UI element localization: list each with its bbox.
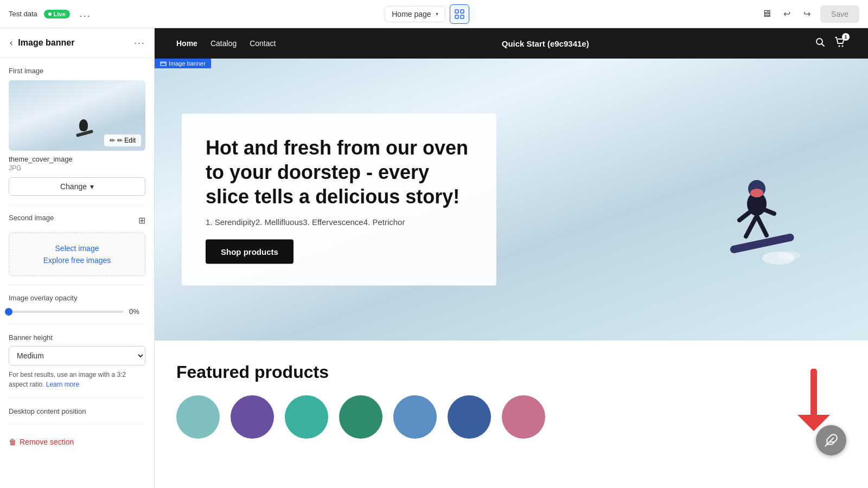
svg-point-6 xyxy=(839,45,840,47)
product-circles xyxy=(176,395,846,439)
banner-snowboarder-figure xyxy=(703,150,811,312)
store-nav: Home Catalog Contact Quick Start (e9c934… xyxy=(155,28,868,59)
divider2 xyxy=(9,285,145,285)
divider xyxy=(9,204,145,205)
svg-line-16 xyxy=(757,216,767,235)
remove-section-button[interactable]: 🗑 Remove section xyxy=(9,433,74,451)
grid-view-button[interactable] xyxy=(450,4,469,24)
undo-button[interactable]: ↩ xyxy=(780,7,794,21)
product-circle-2 xyxy=(231,395,274,439)
image-banner-tag: Image banner xyxy=(155,59,211,68)
svg-line-15 xyxy=(746,216,757,236)
save-button[interactable]: Save xyxy=(820,5,859,23)
desktop-view-button[interactable]: 🖥 xyxy=(760,6,774,22)
red-arrow-overlay xyxy=(792,369,835,434)
panel-back-button[interactable]: ‹ xyxy=(9,37,14,49)
nav-link-contact[interactable]: Contact xyxy=(250,39,276,48)
svg-point-12 xyxy=(750,189,763,197)
chevron-down-icon: ▾ xyxy=(436,11,438,17)
change-image-button[interactable]: Change ▾ xyxy=(9,177,145,196)
second-image-label: Second image xyxy=(9,214,54,222)
svg-line-5 xyxy=(822,43,825,46)
banner-height-select[interactable]: Small Medium Large Adapt to first image xyxy=(9,346,145,365)
page-selector-label: Home page xyxy=(392,10,431,18)
filename-text: theme_cover_image xyxy=(9,155,145,163)
more-options-button[interactable]: ... xyxy=(76,6,94,22)
banner-headline: Hot and fresh from our oven to your door… xyxy=(206,136,473,209)
change-label: Change xyxy=(60,182,87,191)
product-circle-4 xyxy=(339,395,382,439)
panel-header: ‹ Image banner ··· xyxy=(0,28,154,58)
product-circle-3 xyxy=(285,395,328,439)
shop-products-button[interactable]: Shop products xyxy=(206,240,293,264)
top-toolbar: Test data Live ... Home page ▾ 🖥 ↩ ↪ Sav… xyxy=(0,0,868,28)
page-selector[interactable]: Home page ▾ xyxy=(385,6,445,22)
image-banner-section: Image banner xyxy=(155,59,868,341)
trash-icon: 🗑 xyxy=(9,438,16,446)
main-layout: ‹ Image banner ··· First image ✏ ✏ Edit xyxy=(0,28,868,488)
grid-icon xyxy=(455,9,464,19)
redo-button[interactable]: ↪ xyxy=(800,7,814,21)
cart-button[interactable]: 1 xyxy=(834,36,846,51)
banner-height-section: Banner height Small Medium Large Adapt t… xyxy=(9,333,145,389)
banner-height-label: Banner height xyxy=(9,333,145,342)
search-button[interactable] xyxy=(815,37,826,50)
preview-area: Home Catalog Contact Quick Start (e9c934… xyxy=(155,28,868,488)
opacity-slider-track xyxy=(9,311,124,313)
banner-content-box: Hot and fresh from our oven to your door… xyxy=(182,114,496,286)
test-data-label: Test data xyxy=(9,10,37,18)
desktop-content-section: Desktop content position xyxy=(9,407,145,415)
search-icon xyxy=(815,37,826,48)
nav-icons: 1 xyxy=(815,36,846,51)
svg-rect-1 xyxy=(461,10,464,13)
svg-point-7 xyxy=(842,45,844,47)
product-circle-5 xyxy=(393,395,437,439)
opacity-control: 0% xyxy=(9,307,145,316)
svg-rect-3 xyxy=(461,15,464,18)
divider4 xyxy=(9,398,145,399)
svg-point-19 xyxy=(778,251,800,260)
divider5 xyxy=(9,424,145,425)
banner-subtext: 1. Serendipity2. Mellifluous3. Effervesc… xyxy=(206,217,473,227)
divider3 xyxy=(9,324,145,325)
left-panel: ‹ Image banner ··· First image ✏ ✏ Edit xyxy=(0,28,155,488)
toolbar-center: Home page ▾ xyxy=(101,4,753,24)
select-image-link[interactable]: Select image xyxy=(20,244,134,253)
learn-more-link[interactable]: Learn more xyxy=(46,381,79,388)
live-dot xyxy=(48,12,52,16)
product-circle-1 xyxy=(176,395,220,439)
product-circle-7 xyxy=(502,395,545,439)
svg-rect-2 xyxy=(455,15,458,18)
edit-image-button[interactable]: ✏ ✏ Edit xyxy=(104,134,141,146)
feather-icon xyxy=(824,433,838,447)
featured-section: Featured products xyxy=(155,341,868,450)
panel-content: First image ✏ ✏ Edit theme_cover_image J… xyxy=(0,58,154,459)
feather-fab-button[interactable] xyxy=(816,425,846,455)
cart-badge: 1 xyxy=(842,33,850,41)
banner-tag-icon xyxy=(160,60,167,67)
opacity-value: 0% xyxy=(129,307,145,316)
toolbar-right: 🖥 ↩ ↪ Save xyxy=(760,5,859,23)
chevron-down-icon: ▾ xyxy=(90,182,94,191)
first-image-label: First image xyxy=(9,67,145,75)
edit-pencil-icon: ✏ xyxy=(110,137,115,144)
nav-links: Home Catalog Contact xyxy=(176,39,276,48)
filetype-text: JPG xyxy=(9,164,145,172)
preview-frame: Home Catalog Contact Quick Start (e9c934… xyxy=(155,28,868,488)
nav-link-catalog[interactable]: Catalog xyxy=(210,39,237,48)
opacity-label: Image overlay opacity xyxy=(9,294,145,302)
panel-title-row: ‹ Image banner xyxy=(9,37,74,49)
nav-link-home[interactable]: Home xyxy=(176,39,197,48)
live-badge: Live xyxy=(44,10,70,18)
panel-more-button[interactable]: ··· xyxy=(134,37,145,49)
featured-title: Featured products xyxy=(176,362,846,382)
product-circle-6 xyxy=(448,395,491,439)
panel-title: Image banner xyxy=(18,38,74,48)
stack-icon: ⊞ xyxy=(138,215,145,226)
explore-free-images-link[interactable]: Explore free images xyxy=(20,256,134,265)
svg-rect-8 xyxy=(161,62,166,66)
red-arrow-icon xyxy=(792,369,835,434)
desktop-content-label: Desktop content position xyxy=(9,407,145,415)
store-name: Quick Start (e9c9341e) xyxy=(276,39,815,48)
svg-rect-0 xyxy=(455,10,458,13)
